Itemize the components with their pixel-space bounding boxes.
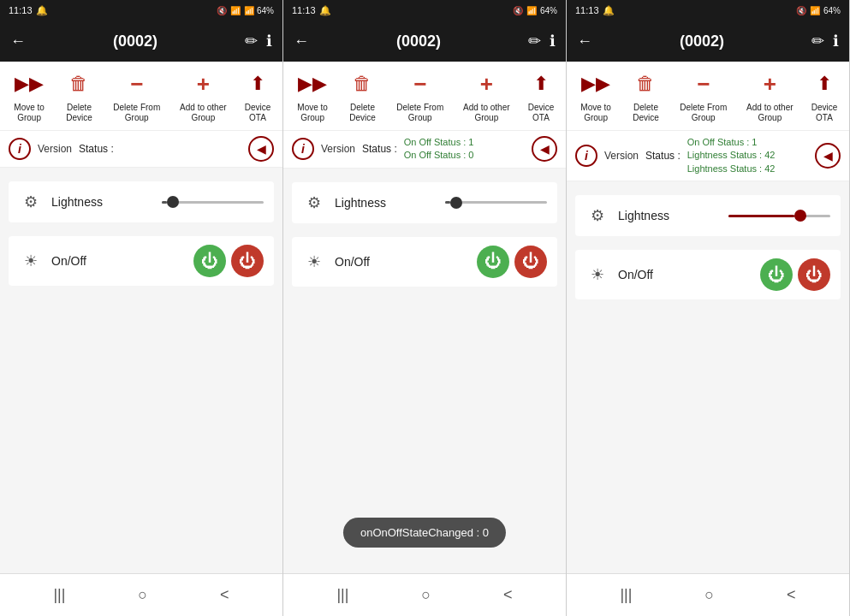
delete-device-btn-3[interactable]: 🗑 Delete Device <box>621 68 670 123</box>
delete-device-btn-2[interactable]: 🗑 Delete Device <box>338 68 387 123</box>
move-group-label-3: Move to Group <box>570 103 621 123</box>
lightness-slider-3[interactable] <box>728 215 830 217</box>
status-icons-2: 🔇 📶 64% <box>513 6 557 15</box>
controls-3: ⚙ Lightness ☀ On/Off ⏻ ⏻ <box>567 181 849 573</box>
status-values-3: On Off Status : 1Lightness Status : 42Li… <box>687 136 776 175</box>
delete-device-label-3: Delete Device <box>621 103 670 123</box>
delete-device-btn-1[interactable]: 🗑 Delete Device <box>55 68 104 123</box>
delete-device-icon-3: 🗑 <box>630 68 661 99</box>
power-on-btn-1[interactable]: ⏻ <box>193 245 226 277</box>
phone-panel-3: 11:13 🔔 🔇 📶 64% ← (0002) ✏ ℹ ▶▶ Move to … <box>567 0 850 616</box>
top-bar-3: ← (0002) ✏ ℹ <box>567 21 849 62</box>
move-group-btn-1[interactable]: ▶▶ Move to Group <box>3 68 55 123</box>
delete-group-btn-2[interactable]: − Delete From Group <box>387 68 454 123</box>
status-label-2: Status : <box>362 143 397 155</box>
phone-panel-1: 11:13 🔔 🔇 📶 📶 64% ← (0002) ✏ ℹ ▶▶ Move t… <box>0 0 283 616</box>
status-time-2: 11:13 🔔 <box>292 5 331 16</box>
info-row-3: i Version Status : On Off Status : 1Ligh… <box>567 131 849 181</box>
status-label-1: Status : <box>79 143 114 155</box>
phone-panel-2: 11:13 🔔 🔇 📶 64% ← (0002) ✏ ℹ ▶▶ Move to … <box>283 0 567 616</box>
move-group-btn-2[interactable]: ▶▶ Move to Group <box>287 68 338 123</box>
edit-button-3[interactable]: ✏ <box>811 32 824 50</box>
toolbar-2: ▶▶ Move to Group 🗑 Delete Device − Delet… <box>283 62 566 131</box>
power-on-btn-3[interactable]: ⏻ <box>760 258 793 291</box>
page-title-2: (0002) <box>318 33 520 50</box>
arrow-icon-2[interactable]: ◀ <box>532 136 557 162</box>
edit-button-2[interactable]: ✏ <box>528 32 541 50</box>
add-group-btn-1[interactable]: + Add to other Group <box>170 68 236 123</box>
move-group-btn-3[interactable]: ▶▶ Move to Group <box>570 68 621 123</box>
delete-group-label-3: Delete From Group <box>670 103 737 123</box>
nav-menu-btn-3[interactable]: ||| <box>613 579 639 611</box>
lightness-control-2: ⚙ Lightness <box>292 182 557 223</box>
device-ota-label-1: Device OTA <box>236 103 279 123</box>
info-row-1: i Version Status : ◀ <box>0 131 282 168</box>
alarm-icon: 🔔 <box>36 5 48 16</box>
power-off-btn-1[interactable]: ⏻ <box>231 245 264 277</box>
delete-group-btn-1[interactable]: − Delete From Group <box>104 68 170 123</box>
add-group-btn-3[interactable]: + Add to other Group <box>737 68 803 123</box>
lightness-slider-1[interactable] <box>162 201 264 204</box>
back-button-2[interactable]: ← <box>294 33 309 50</box>
lightness-slider-2[interactable] <box>445 201 547 204</box>
device-ota-label-3: Device OTA <box>803 103 846 123</box>
device-ota-btn-3[interactable]: ⬆ Device OTA <box>803 68 846 123</box>
power-on-btn-2[interactable]: ⏻ <box>477 246 509 278</box>
bottom-nav-2: ||| ○ < <box>283 573 566 616</box>
back-button-3[interactable]: ← <box>577 33 592 50</box>
info-button-1[interactable]: ℹ <box>266 32 272 50</box>
nav-back-btn-1[interactable]: < <box>213 579 236 611</box>
lightness-control-1: ⚙ Lightness <box>9 181 274 222</box>
status-time-1: 11:13 🔔 <box>9 5 48 16</box>
delete-device-icon-1: 🗑 <box>63 68 94 99</box>
version-label-2: Version <box>321 143 355 155</box>
add-group-icon-2: + <box>471 68 502 99</box>
nav-menu-btn-2[interactable]: ||| <box>330 579 355 611</box>
delete-group-label-2: Delete From Group <box>387 103 454 123</box>
alarm-icon-3: 🔔 <box>603 5 615 16</box>
version-label-1: Version <box>38 143 72 155</box>
edit-button-1[interactable]: ✏ <box>245 32 258 50</box>
power-buttons-3: ⏻ ⏻ <box>760 258 830 291</box>
nav-menu-btn-1[interactable]: ||| <box>46 579 72 611</box>
device-ota-btn-1[interactable]: ⬆ Device OTA <box>236 68 279 123</box>
delete-group-btn-3[interactable]: − Delete From Group <box>670 68 737 123</box>
power-off-btn-2[interactable]: ⏻ <box>514 246 547 278</box>
lightness-label-1: Lightness <box>51 195 153 209</box>
power-off-btn-3[interactable]: ⏻ <box>798 258 830 291</box>
nav-back-btn-3[interactable]: < <box>780 579 803 611</box>
arrow-icon-1[interactable]: ◀ <box>248 136 274 162</box>
nav-home-btn-3[interactable]: ○ <box>698 579 721 611</box>
info-button-3[interactable]: ℹ <box>833 32 839 50</box>
delete-group-icon-1: − <box>122 68 152 99</box>
alarm-icon-2: 🔔 <box>319 5 331 16</box>
onoff-label-1: On/Off <box>51 254 185 268</box>
nav-home-btn-1[interactable]: ○ <box>131 579 154 611</box>
nav-back-btn-2[interactable]: < <box>496 579 520 611</box>
toolbar-1: ▶▶ Move to Group 🗑 Delete Device − Delet… <box>0 62 282 131</box>
onoff-icon-2: ☀ <box>302 250 326 274</box>
device-ota-icon-1: ⬆ <box>242 68 273 99</box>
page-title-1: (0002) <box>34 33 236 50</box>
delete-group-label-1: Delete From Group <box>104 103 170 123</box>
controls-1: ⚙ Lightness ☀ On/Off ⏻ ⏻ <box>0 168 282 573</box>
arrow-icon-3[interactable]: ◀ <box>815 143 841 169</box>
add-group-btn-2[interactable]: + Add to other Group <box>454 68 520 123</box>
add-group-label-2: Add to other Group <box>454 103 520 123</box>
top-bar-2: ← (0002) ✏ ℹ <box>283 21 566 62</box>
controls-2: ⚙ Lightness ☀ On/Off ⏻ ⏻ <box>283 169 566 573</box>
delete-device-label-1: Delete Device <box>55 103 104 123</box>
info-button-2[interactable]: ℹ <box>550 32 556 50</box>
lightness-control-3: ⚙ Lightness <box>575 195 841 236</box>
nav-home-btn-2[interactable]: ○ <box>414 579 437 611</box>
status-bar-1: 11:13 🔔 🔇 📶 📶 64% <box>0 0 282 21</box>
status-bar-2: 11:13 🔔 🔇 📶 64% <box>283 0 566 21</box>
device-ota-icon-3: ⬆ <box>809 68 840 99</box>
onoff-icon-3: ☀ <box>585 263 609 287</box>
onoff-label-3: On/Off <box>618 268 752 281</box>
back-button-1[interactable]: ← <box>10 33 26 50</box>
delete-group-icon-3: − <box>688 68 719 99</box>
move-group-icon-2: ▶▶ <box>297 68 328 99</box>
device-ota-btn-2[interactable]: ⬆ Device OTA <box>520 68 562 123</box>
battery-text-1: 📶 64% <box>244 6 274 15</box>
